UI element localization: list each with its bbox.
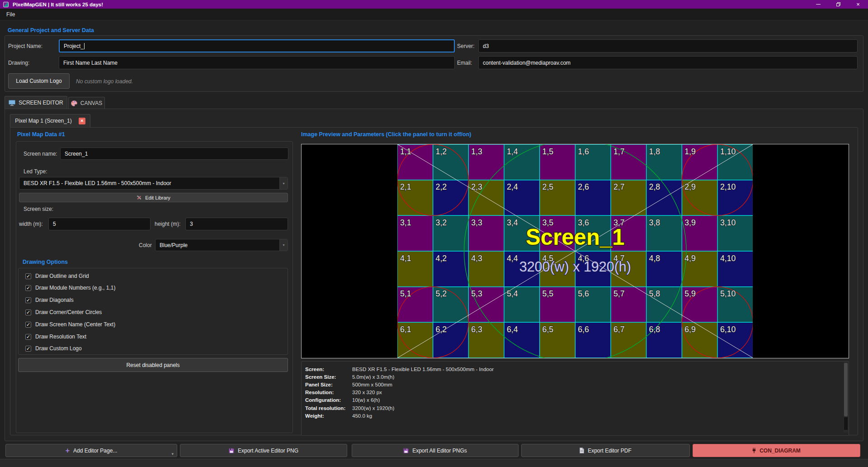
- color-select[interactable]: Blue/Purple ▾: [155, 239, 288, 251]
- document-icon: [580, 448, 584, 453]
- svg-text:5,4: 5,4: [507, 289, 518, 298]
- project-name-label: Project Name:: [8, 43, 42, 49]
- restore-button[interactable]: [828, 0, 848, 9]
- info-scrollbar[interactable]: [844, 362, 848, 433]
- svg-text:4,3: 4,3: [471, 254, 482, 263]
- svg-text:6,1: 6,1: [400, 325, 411, 334]
- info-row: Resolution:320 x 320 px: [305, 389, 849, 396]
- option-draw-resolution-text[interactable]: ✓Draw Resolution Text: [25, 332, 86, 341]
- checkbox-checked-icon[interactable]: ✓: [25, 273, 31, 279]
- project-section-header: General Project and Server Data: [8, 27, 94, 33]
- svg-text:3,8: 3,8: [649, 218, 660, 227]
- option-draw-custom-logo[interactable]: ✓Draw Custom Logo: [25, 344, 82, 353]
- info-row: Configuration:10(w) x 6(h): [305, 396, 849, 404]
- screen-name-input[interactable]: Screen_1: [60, 148, 288, 160]
- chevron-down-icon: ▾: [279, 239, 288, 251]
- drawing-options-groupbox: ✓Draw Outline and Grid ✓Draw Module Numb…: [18, 268, 288, 355]
- plug-icon: [752, 448, 756, 453]
- svg-text:3200(w) x 1920(h): 3200(w) x 1920(h): [519, 259, 631, 275]
- drawing-input[interactable]: First Name Last Name: [59, 56, 455, 69]
- scrollbar-track-gap: [844, 417, 848, 430]
- svg-text:1,8: 1,8: [649, 147, 660, 156]
- checkbox-checked-icon[interactable]: ✓: [25, 346, 31, 352]
- svg-text:4,1: 4,1: [400, 254, 411, 263]
- option-draw-diagonals[interactable]: ✓Draw Diagonals: [25, 295, 74, 305]
- pixel-map-image[interactable]: 1,11,21,31,41,51,61,71,81,91,102,12,22,3…: [397, 144, 753, 358]
- text-caret: [84, 43, 85, 49]
- svg-text:6,9: 6,9: [684, 325, 696, 334]
- svg-text:2,4: 2,4: [507, 182, 518, 191]
- restore-icon: [836, 2, 840, 6]
- checkbox-checked-icon[interactable]: ✓: [25, 310, 31, 315]
- height-input[interactable]: 3: [185, 218, 288, 230]
- checkbox-checked-icon[interactable]: ✓: [25, 322, 31, 328]
- preview-header: Image Preview and Parameters (Click the …: [301, 131, 471, 138]
- svg-text:1,5: 1,5: [542, 147, 553, 156]
- plus-icon: +: [66, 448, 70, 454]
- menu-bar: File: [0, 9, 868, 20]
- export-editor-pdf-button[interactable]: Export Editor PDF: [521, 444, 690, 457]
- window-controls: ×: [808, 0, 868, 9]
- email-label: Email:: [457, 60, 472, 66]
- screen-name-label: Screen name:: [24, 151, 57, 157]
- export-all-editor-pngs-button[interactable]: Export All Editor PNGs: [352, 444, 519, 457]
- tab-canvas[interactable]: CANVAS: [68, 97, 105, 109]
- load-custom-logo-button[interactable]: Load Custom Logo: [8, 73, 70, 89]
- svg-text:4,8: 4,8: [649, 254, 660, 263]
- checkbox-checked-icon[interactable]: ✓: [25, 285, 31, 291]
- info-row: Weight:450.0 kg: [305, 412, 849, 419]
- svg-text:5,9: 5,9: [684, 289, 696, 298]
- option-draw-corner-center-circles[interactable]: ✓Draw Corner/Center Circles: [25, 308, 102, 317]
- svg-text:6,4: 6,4: [507, 325, 518, 334]
- svg-text:6,2: 6,2: [435, 325, 447, 334]
- width-label: width (m):: [19, 221, 43, 227]
- drawing-label: Drawing:: [8, 60, 29, 66]
- floppy-icon: [403, 448, 409, 453]
- svg-text:2,6: 2,6: [578, 182, 589, 191]
- svg-text:2,3: 2,3: [471, 182, 482, 191]
- server-input[interactable]: d3: [478, 39, 858, 52]
- option-draw-module-numbers[interactable]: ✓Draw Module Numbers (e.g., 1,1): [25, 283, 115, 292]
- svg-text:4,2: 4,2: [435, 254, 447, 263]
- svg-text:4,4: 4,4: [507, 254, 518, 263]
- add-editor-page-button[interactable]: + Add Editor Page... ▾: [5, 444, 177, 457]
- status-strip: [0, 459, 868, 467]
- floppy-icon: [229, 448, 234, 453]
- email-input[interactable]: content-validation@mediaproav.com: [478, 56, 858, 69]
- checkbox-checked-icon[interactable]: ✓: [25, 334, 31, 340]
- svg-text:2,5: 2,5: [542, 182, 553, 191]
- svg-text:6,6: 6,6: [578, 325, 589, 334]
- menu-file[interactable]: File: [0, 9, 21, 20]
- led-type-select[interactable]: BESD XR F1.5 - Flexible LED 1.56mm - 500…: [19, 177, 288, 190]
- edit-library-button[interactable]: Edit Library: [19, 193, 288, 202]
- minimize-icon: [816, 4, 821, 5]
- reset-disabled-panels-button[interactable]: Reset disabled panels: [18, 358, 288, 372]
- svg-text:5,1: 5,1: [400, 289, 411, 298]
- option-draw-screen-name[interactable]: ✓Draw Screen Name (Center Text): [25, 320, 115, 329]
- close-tab-icon[interactable]: ✕: [79, 118, 85, 124]
- chevron-down-icon: ▾: [171, 452, 174, 456]
- svg-text:1,7: 1,7: [613, 147, 625, 156]
- led-type-label: Led Type:: [24, 168, 47, 175]
- checkbox-checked-icon[interactable]: ✓: [25, 297, 31, 303]
- tab-screen-editor[interactable]: SCREEN EDITOR: [5, 96, 67, 109]
- color-label: Color: [139, 242, 152, 248]
- minimize-button[interactable]: [808, 0, 828, 9]
- monitor-icon: [9, 100, 15, 106]
- svg-text:2,9: 2,9: [684, 182, 696, 191]
- info-row: Screen:BESD XR F1.5 - Flexible LED 1.56m…: [305, 365, 849, 373]
- width-input[interactable]: 5: [48, 218, 151, 230]
- close-button[interactable]: ×: [848, 0, 868, 9]
- svg-text:1,9: 1,9: [684, 147, 696, 156]
- export-active-editor-png-button[interactable]: Export Active Editor PNG: [180, 444, 347, 457]
- tab-pixel-map-1[interactable]: Pixel Map 1 (Screen_1) ✕: [10, 114, 90, 127]
- svg-text:Screen_1: Screen_1: [526, 224, 625, 249]
- svg-text:6,5: 6,5: [542, 325, 553, 334]
- option-draw-outline-grid[interactable]: ✓Draw Outline and Grid: [25, 272, 89, 281]
- pixel-map-preview-panel[interactable]: 1,11,21,31,41,51,61,71,81,91,102,12,22,3…: [301, 144, 849, 358]
- project-name-input[interactable]: Project_: [59, 39, 455, 52]
- svg-text:3,10: 3,10: [720, 218, 736, 227]
- scrollbar-thumb[interactable]: [844, 363, 848, 416]
- con-diagram-button[interactable]: CON_DIAGRAM: [693, 444, 860, 457]
- svg-text:3,1: 3,1: [400, 218, 411, 227]
